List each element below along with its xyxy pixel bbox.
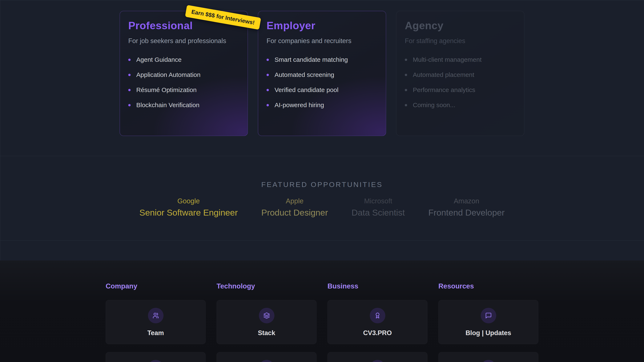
bullet-dot-icon (405, 74, 407, 76)
footer-column: Company Team (106, 282, 206, 362)
job-role: Senior Software Engineer (139, 207, 238, 218)
plan-feature-item: Automated placement (405, 72, 516, 78)
footer-card-icon-circle (148, 360, 164, 362)
featured-job-item[interactable]: Apple Product Designer (262, 197, 328, 218)
bullet-dot-icon (405, 59, 407, 61)
footer-column: Technology Stack (216, 282, 316, 362)
plan-feature-list: Multi-client management Automated placem… (405, 56, 516, 108)
plan-card[interactable]: Employer For companies and recruiters Sm… (258, 11, 386, 136)
bullet-dot-icon (128, 59, 131, 61)
plan-feature-label: Smart candidate matching (275, 56, 348, 63)
plan-feature-item: Multi-client management (405, 56, 516, 63)
plan-feature-item: Automated screening (267, 72, 378, 78)
featured-opportunities-title: FEATURED OPPORTUNITIES (0, 181, 644, 189)
plan-subtitle: For job seekers and professionals (128, 37, 239, 45)
featured-job-item[interactable]: Microsoft Data Scientist (352, 197, 405, 218)
footer-card-label: Team (106, 329, 206, 337)
plan-feature-item: Agent Guidance (128, 56, 239, 63)
job-company: Apple (262, 197, 328, 205)
plan-feature-label: Automated screening (275, 72, 334, 78)
footer-link-card[interactable]: Blog | Updates (438, 300, 538, 344)
plan-subtitle: For staffing agencies (405, 37, 516, 45)
footer-card-icon-circle (370, 360, 385, 362)
footer-column: Resources Blog | Updates (438, 282, 538, 362)
left-edge-divider (0, 0, 0, 261)
plan-feature-label: Verified candidate pool (275, 87, 339, 93)
section-divider (0, 156, 644, 156)
footer-card-icon-circle (148, 308, 164, 323)
footer-link-card[interactable]: CV3.PRO (328, 300, 428, 344)
plan-feature-label: Performance analytics (413, 87, 476, 93)
plan-feature-label: Application Automation (136, 72, 200, 78)
footer-link-card-partial[interactable] (106, 352, 206, 362)
plan-title: Employer (267, 19, 378, 32)
bullet-dot-icon (128, 104, 131, 106)
plan-feature-item: Coming soon... (405, 102, 516, 108)
plan-feature-label: Automated placement (413, 72, 474, 78)
message-icon (485, 312, 492, 319)
job-role: Frontend Developer (428, 207, 504, 218)
job-role: Product Designer (262, 207, 328, 218)
job-company: Amazon (428, 197, 504, 205)
footer-column: Business CV3.PRO (328, 282, 428, 362)
footer-column-heading: Company (106, 282, 206, 290)
plan-feature-item: Performance analytics (405, 87, 516, 93)
plan-feature-label: Résumé Optimization (136, 87, 197, 93)
bullet-dot-icon (128, 74, 131, 76)
footer-grid: Company Team Technology Stack Business C… (106, 282, 538, 362)
plan-feature-label: Agent Guidance (136, 56, 182, 63)
bullet-dot-icon (267, 74, 269, 76)
section-divider (0, 240, 644, 241)
footer-card-icon-circle (370, 308, 385, 323)
plan-feature-item: Smart candidate matching (267, 56, 378, 63)
footer-card-icon-circle (481, 308, 496, 323)
plan-feature-item: AI-powered hiring (267, 102, 378, 108)
footer-link-card-partial[interactable] (438, 352, 538, 362)
bullet-dot-icon (405, 89, 407, 91)
plan-feature-item: Application Automation (128, 72, 239, 78)
layers-icon (263, 312, 270, 319)
award-icon (374, 312, 381, 319)
footer-card-label: CV3.PRO (328, 329, 427, 337)
footer-link-card-partial[interactable] (216, 352, 316, 362)
bullet-dot-icon (267, 104, 269, 106)
plan-feature-label: AI-powered hiring (275, 102, 324, 108)
job-company: Google (139, 197, 238, 205)
footer-link-card-partial[interactable] (328, 352, 428, 362)
plan-feature-label: Blockchain Verification (136, 102, 200, 108)
footer-column-heading: Business (328, 282, 428, 290)
footer-card-icon-circle (481, 360, 496, 362)
plan-card[interactable]: Professional For job seekers and profess… (120, 11, 248, 136)
footer: Company Team Technology Stack Business C… (0, 261, 644, 362)
plan-feature-label: Coming soon... (413, 102, 456, 108)
plan-title: Agency (405, 19, 516, 32)
footer-card-icon-circle (259, 360, 274, 362)
featured-jobs-carousel: Google Senior Software Engineer Apple Pr… (0, 197, 644, 218)
footer-card-label: Stack (217, 329, 316, 337)
footer-card-label: Blog | Updates (438, 329, 538, 337)
bullet-dot-icon (128, 89, 131, 91)
plan-feature-item: Résumé Optimization (128, 87, 239, 93)
bullet-dot-icon (267, 89, 269, 91)
plan-feature-list: Smart candidate matching Automated scree… (267, 56, 378, 108)
bullet-dot-icon (267, 59, 269, 61)
bullet-dot-icon (405, 104, 407, 106)
footer-column-heading: Resources (438, 282, 538, 290)
featured-job-item[interactable]: Google Senior Software Engineer (139, 197, 238, 218)
footer-link-card[interactable]: Team (106, 300, 206, 344)
plans-row: Professional For job seekers and profess… (120, 11, 524, 136)
plan-feature-item: Blockchain Verification (128, 102, 239, 108)
users-icon (152, 312, 159, 319)
job-company: Microsoft (352, 197, 405, 205)
footer-column-heading: Technology (216, 282, 316, 290)
job-role: Data Scientist (352, 207, 405, 218)
footer-link-card[interactable]: Stack (216, 300, 316, 344)
plan-card: Agency For staffing agencies Multi-clien… (396, 11, 524, 136)
plan-feature-item: Verified candidate pool (267, 87, 378, 93)
plan-subtitle: For companies and recruiters (267, 37, 378, 45)
plan-feature-list: Agent Guidance Application Automation Ré… (128, 56, 239, 108)
footer-card-icon-circle (259, 308, 274, 323)
main-content-area: Professional For job seekers and profess… (0, 0, 644, 261)
featured-job-item[interactable]: Amazon Frontend Developer (428, 197, 504, 218)
plan-feature-label: Multi-client management (413, 56, 482, 63)
